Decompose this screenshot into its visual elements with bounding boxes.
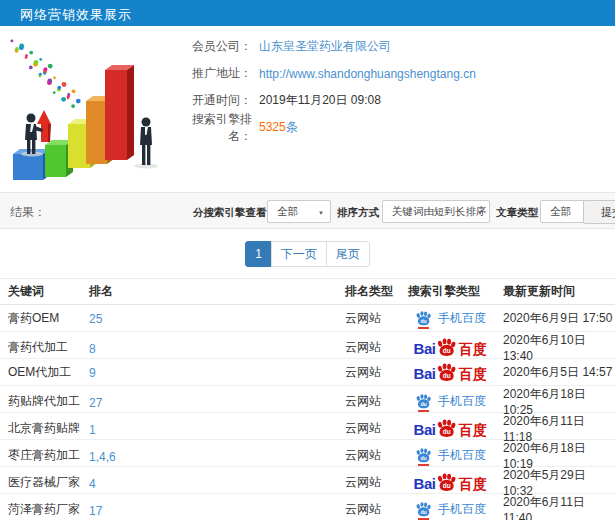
info-row-url: 推广地址： http://www.shandonghuangshengtang.…: [180, 60, 600, 87]
filter-bar: 结果： 分搜索引擎查看 全部 ▼ 排序方式 关键词由短到长排序 ▼ 文章类型 全…: [0, 192, 615, 229]
page-title: 网络营销效果展示: [20, 6, 132, 24]
mobile-baidu-badge: du 手机百度: [415, 310, 486, 327]
mobile-baidu-underline: [418, 410, 429, 412]
sort-filter-select[interactable]: 关键词由短到长排序 ▼: [382, 200, 490, 223]
engine-cell: du 手机百度: [403, 501, 498, 518]
rank-link[interactable]: 27: [89, 396, 102, 410]
article-filter-label: 文章类型: [496, 206, 538, 220]
ranking-count-label: 搜索引擎排名：: [180, 111, 252, 145]
col-engine-type: 搜索引擎类型: [403, 283, 498, 300]
rank-link[interactable]: 8: [89, 342, 96, 356]
sort-filter-value: 关键词由短到长排序: [392, 205, 487, 219]
table-row: 膏药OEM 25 云网站 du 手机百度 2020年6月9日 17:50: [0, 305, 615, 332]
mobile-baidu-icon: du: [415, 447, 432, 464]
info-row-company: 会员公司： 山东皇圣堂药业有限公司: [180, 33, 600, 60]
company-label: 会员公司：: [180, 38, 252, 55]
page-1-button[interactable]: 1: [245, 241, 272, 267]
rank-link[interactable]: 1,4,6: [89, 450, 116, 464]
ranking-count-unit: 条: [286, 120, 298, 134]
mobile-baidu-label: 手机百度: [438, 447, 486, 464]
rank-type-cell: 云网站: [345, 393, 403, 410]
rank-cell: 25: [89, 309, 345, 327]
sort-filter-label: 排序方式: [337, 206, 379, 220]
rank-type-cell: 云网站: [345, 310, 403, 327]
next-page-button[interactable]: 下一页: [271, 241, 327, 267]
baidu-logo: Bai du 百度: [414, 338, 488, 357]
rank-cell: 27: [89, 393, 345, 411]
info-row-ranking-count: 搜索引擎排名： 5325条: [180, 114, 600, 141]
mobile-baidu-du-text: du: [420, 509, 426, 515]
col-keyword: 关键词: [8, 283, 89, 300]
baidu-logo: Bai du 百度: [414, 473, 488, 492]
keyword-cell: 菏泽膏药厂家: [8, 501, 89, 518]
baidu-paw-du-text: du: [443, 371, 451, 378]
results-table-body: 膏药OEM 25 云网站 du 手机百度 2020年6月9日 17:50 膏药代…: [0, 305, 615, 520]
mobile-baidu-underline: [418, 327, 429, 329]
rank-type-cell: 云网站: [345, 420, 403, 437]
engine-filter-select[interactable]: 全部 ▼: [267, 200, 331, 223]
mobile-baidu-label: 手机百度: [438, 393, 486, 410]
rank-cell: 17: [89, 501, 345, 519]
rank-cell: 8: [89, 339, 345, 357]
mobile-baidu-icon: du: [415, 393, 432, 410]
mobile-baidu-underline: [418, 464, 429, 466]
marketing-dashboard: 网络营销效果展示: [0, 0, 615, 520]
rank-type-cell: 云网站: [345, 501, 403, 518]
update-time-cell: 2020年6月5日 14:57: [498, 364, 615, 381]
baidu-paw-icon: du: [436, 338, 457, 357]
table-row: 枣庄膏药加工 1,4,6 云网站 du 手机百度 2020年6月18日 10:1…: [0, 440, 615, 467]
baidu-logo-cn-text: 百度: [458, 476, 487, 492]
keyword-cell: 北京膏药贴牌: [8, 420, 89, 437]
rank-link[interactable]: 4: [89, 477, 96, 491]
promo-url-label: 推广地址：: [180, 65, 252, 82]
growth-chart-illustration: [5, 32, 175, 187]
engine-cell: Bai du 百度: [403, 473, 498, 492]
table-row: 菏泽膏药厂家 17 云网站 du 手机百度 2020年6月11日 11:40: [0, 494, 615, 520]
engine-cell: du 手机百度: [403, 393, 498, 410]
rank-type-cell: 云网站: [345, 447, 403, 464]
rank-link[interactable]: 17: [89, 504, 102, 518]
update-time-cell: 2020年6月11日 11:40: [498, 494, 615, 520]
keyword-cell: 医疗器械厂家: [8, 474, 89, 491]
baidu-logo-bai-text: Bai: [414, 340, 436, 357]
article-filter-value: 全部: [550, 205, 571, 219]
col-rank: 排名: [89, 283, 345, 300]
company-name-link[interactable]: 山东皇圣堂药业有限公司: [259, 38, 391, 55]
pagination: 1 下一页 尾页: [0, 241, 615, 267]
up-arrow: [37, 110, 51, 142]
baidu-logo: Bai du 百度: [414, 363, 488, 382]
engine-cell: du 手机百度: [403, 447, 498, 464]
rank-link[interactable]: 25: [89, 312, 102, 326]
baidu-logo-bai-text: Bai: [414, 475, 436, 492]
rank-link[interactable]: 9: [89, 366, 96, 380]
results-table-header: 关键词 排名 排名类型 搜索引擎类型 最新更新时间: [0, 278, 615, 305]
baidu-paw-du-text: du: [443, 428, 451, 435]
engine-cell: Bai du 百度: [403, 363, 498, 382]
col-rank-type: 排名类型: [345, 283, 403, 300]
mobile-baidu-badge: du 手机百度: [415, 447, 486, 464]
baidu-logo-cn-text: 百度: [458, 366, 487, 382]
baidu-paw-du-text: du: [443, 482, 451, 489]
keyword-cell: 枣庄膏药加工: [8, 447, 89, 464]
update-time-cell: 2020年6月9日 17:50: [498, 310, 615, 327]
mobile-baidu-label: 手机百度: [438, 501, 486, 518]
rank-link[interactable]: 1: [89, 423, 96, 437]
submit-button[interactable]: 提交: [583, 200, 615, 224]
engine-filter-label: 分搜索引擎查看: [193, 206, 267, 220]
mobile-baidu-badge: du 手机百度: [415, 501, 486, 518]
company-info-panel: 会员公司： 山东皇圣堂药业有限公司 推广地址： http://www.shand…: [180, 33, 600, 141]
table-row: 北京膏药贴牌 1 云网站 Bai du 百度 2020年6月11日 11:18: [0, 413, 615, 440]
ranking-count-link[interactable]: 5325条: [259, 119, 298, 136]
baidu-logo-bai-text: Bai: [414, 421, 436, 438]
mobile-baidu-du-text: du: [420, 317, 426, 323]
baidu-paw-icon: du: [436, 363, 457, 382]
engine-cell: du 手机百度: [403, 310, 498, 327]
baidu-logo-bai-text: Bai: [414, 365, 436, 382]
promo-url-link[interactable]: http://www.shandonghuangshengtang.cn: [259, 67, 476, 81]
mobile-baidu-du-text: du: [420, 455, 426, 461]
last-page-button[interactable]: 尾页: [326, 241, 370, 267]
engine-cell: Bai du 百度: [403, 338, 498, 357]
baidu-paw-icon: du: [436, 419, 457, 438]
open-time-value: 2019年11月20日 09:08: [259, 92, 381, 109]
businessman-right: [134, 118, 158, 169]
